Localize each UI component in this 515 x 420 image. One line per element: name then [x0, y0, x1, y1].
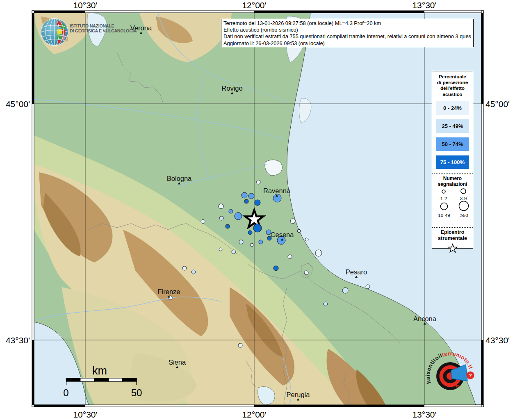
event-info-line1: Terremoto del 13-01-2026 09:27:58 (ora l… [223, 20, 471, 27]
event-info-box: Terremoto del 13-01-2026 09:27:58 (ora l… [221, 19, 474, 47]
question-badge: ? [467, 372, 474, 379]
report-dot [305, 238, 308, 241]
axis-bottom-1200: 12°00' [242, 410, 266, 419]
report-dot [191, 270, 196, 274]
legend-class-swatch-1: 25 - 49% [436, 119, 469, 133]
scale-start-label: 0 [63, 387, 68, 398]
axis-right-4330: 43°30' [485, 336, 510, 345]
report-dot [250, 243, 253, 247]
legend-counts-title: Numero segnalazioni [432, 174, 473, 187]
haisentito-site-logo: ? haisentitoilterremoto.it www. [422, 347, 483, 412]
ingv-logo-text: ISTITUTO NAZIONALE DI GEOFISICA E VULCAN… [70, 24, 137, 33]
legend-counts-section: Numero segnalazioni 1-2 3-9 10-49 ≥50 [432, 173, 473, 227]
report-dot [232, 250, 236, 254]
report-dot [248, 231, 252, 235]
legend-class-swatch-0: 0 - 24% [436, 101, 469, 115]
legend-epicenter-section: Epicentro strumentale [432, 227, 473, 255]
size-label-10-49: 10-49 [438, 213, 450, 218]
report-dot [219, 216, 223, 220]
report-dot [219, 248, 222, 251]
report-dot [226, 224, 230, 228]
report-dot [238, 343, 242, 347]
report-dot [201, 219, 205, 224]
report-dot [242, 192, 247, 198]
ingv-globe-logo [40, 17, 70, 47]
report-dot [304, 271, 308, 275]
scale-unit-label: km [92, 365, 107, 377]
report-dot [229, 209, 233, 213]
legend-panel: Percentuale di percezione dell'effetto a… [432, 71, 473, 249]
city-label-bologna: Bologna [167, 175, 192, 182]
axis-top-1330: 13°30' [412, 0, 436, 10]
report-dot [366, 285, 370, 289]
axis-bottom-1030: 10°30' [73, 410, 97, 419]
city-label-perugia: Perugia [287, 391, 310, 398]
city-label-ravenna: Ravenna [263, 187, 291, 194]
report-dot [273, 266, 278, 271]
size-circle-ge50 [459, 201, 469, 210]
legend-percent-title: Percentuale di percezione dell'effetto a… [432, 71, 473, 97]
size-label-ge50: ≥50 [460, 213, 468, 218]
size-label-3-9: 3-9 [460, 196, 467, 201]
legend-epicenter-title: Epicentro strumentale [432, 228, 473, 242]
city-label-cesena: Cesena [271, 231, 294, 238]
report-dot [288, 255, 292, 259]
report-dot [248, 193, 254, 199]
legend-class-swatches: 0 - 24%25 - 49%50 - 74%75 - 100% [432, 101, 473, 169]
city-label-pesaro: Pesaro [346, 268, 367, 276]
report-dot [259, 240, 263, 244]
city-label-siena: Siena [169, 358, 186, 366]
axis-left-4500: 45°00' [6, 99, 30, 109]
report-dot [256, 180, 260, 184]
size-label-1-2: 1-2 [440, 196, 447, 201]
size-circle-1-2 [442, 190, 445, 193]
event-info-line3: Dati non verificati estratti da 755 ques… [223, 33, 471, 40]
report-dot [290, 219, 295, 224]
axis-top-1200: 12°00' [242, 0, 266, 10]
size-circle-3-9 [461, 189, 466, 194]
ingv-text-line1: ISTITUTO NAZIONALE [70, 24, 137, 29]
legend-size-symbols: 1-2 3-9 10-49 ≥50 [433, 187, 472, 227]
city-label-ancona: Ancona [413, 315, 437, 322]
axis-left-4330: 43°30' [6, 336, 30, 345]
macroseismic-map-page: VeronaRovigoBolognaRavennaCesenaFirenzeP… [0, 0, 515, 420]
city-label-rovigo: Rovigo [221, 84, 242, 92]
legend-class-swatch-3: 75 - 100% [436, 155, 469, 169]
report-dot [239, 240, 243, 244]
report-dot [219, 204, 223, 209]
legend-star-icon [447, 242, 459, 255]
report-dot [255, 200, 260, 205]
scale-end-label: 50 [131, 387, 142, 398]
axis-top-1030: 10°30' [73, 0, 97, 10]
report-dot [244, 199, 248, 203]
event-info-line2: Effetto acustico (rombo sismico) [223, 27, 471, 33]
report-dot [315, 250, 322, 256]
axis-right-4500: 45°00' [485, 99, 510, 109]
report-dot [324, 302, 328, 306]
report-dot [342, 288, 348, 293]
report-dot [253, 224, 262, 232]
size-circle-10-49 [441, 203, 448, 210]
report-dot [235, 212, 242, 220]
city-label-firenze: Firenze [157, 288, 180, 295]
legend-class-swatch-2: 50 - 74% [436, 137, 469, 151]
report-dot [182, 266, 187, 270]
question-mark: ? [469, 372, 472, 379]
ingv-text-line2: DI GEOFISICA E VULCANOLOGIA [70, 29, 137, 34]
event-info-line4: Aggiornato il: 26-03-2026 09:53 (ora loc… [223, 40, 471, 47]
terrain-layer: VeronaRovigoBolognaRavennaCesenaFirenzeP… [34, 13, 481, 405]
report-dot [297, 229, 301, 233]
